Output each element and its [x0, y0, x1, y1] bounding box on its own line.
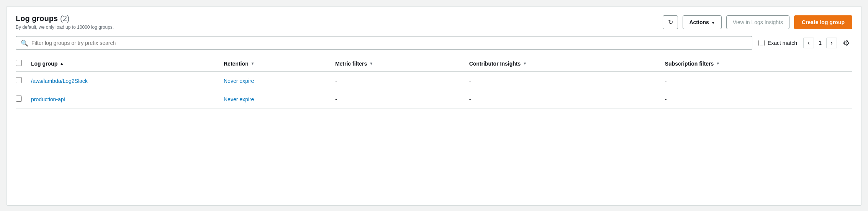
th-subscription-filters: Subscription filters	[665, 56, 852, 71]
page-title-count: (2)	[60, 14, 69, 23]
view-insights-label: View in Logs Insights	[733, 19, 783, 25]
page-title: Log groups (2)	[16, 14, 114, 23]
log-groups-panel: Log groups (2) By default, we only load …	[6, 6, 862, 206]
retention-value[interactable]: Never expire	[224, 96, 254, 102]
panel-header: Log groups (2) By default, we only load …	[7, 7, 861, 30]
next-page-button[interactable]	[826, 38, 837, 48]
refresh-icon: ↻	[668, 18, 673, 26]
view-insights-button[interactable]: View in Logs Insights	[726, 15, 789, 29]
page-title-text: Log groups	[16, 14, 58, 23]
th-contributor-insights: Contributor Insights	[469, 56, 665, 71]
search-input[interactable]	[31, 40, 747, 46]
th-metric-filters-label: Metric filters	[335, 61, 367, 67]
log-group-link[interactable]: /aws/lambda/Log2Slack	[31, 78, 88, 84]
td-retention: Never expire	[224, 90, 335, 109]
pagination-group: 1 ⚙	[803, 37, 852, 49]
row-checkbox-cell	[16, 71, 31, 90]
settings-button[interactable]: ⚙	[840, 37, 852, 49]
sort-metric-icon[interactable]	[369, 61, 373, 66]
actions-button[interactable]: Actions	[683, 15, 721, 29]
th-retention: Retention	[224, 56, 335, 71]
prev-page-button[interactable]	[803, 38, 814, 48]
table-body: /aws/lambda/Log2Slack Never expire - - -…	[16, 71, 852, 109]
td-contributor-insights: -	[469, 90, 665, 109]
td-contributor-insights: -	[469, 71, 665, 90]
th-contributor-insights-label: Contributor Insights	[469, 61, 521, 67]
log-group-link[interactable]: production-api	[31, 96, 65, 102]
actions-label: Actions	[689, 19, 709, 25]
page-subtitle: By default, we only load up to 10000 log…	[16, 25, 114, 30]
row-checkbox-cell	[16, 90, 31, 109]
create-log-group-button[interactable]: Create log group	[794, 15, 852, 29]
filter-row: 🔍 Exact match 1 ⚙	[7, 30, 861, 50]
chevron-left-icon	[807, 40, 809, 46]
exact-match-group: Exact match	[758, 40, 797, 46]
search-wrapper: 🔍	[16, 36, 752, 50]
create-label: Create log group	[802, 19, 845, 25]
td-subscription-filters: -	[665, 71, 852, 90]
exact-match-label: Exact match	[768, 40, 797, 46]
gear-icon: ⚙	[843, 38, 850, 48]
th-subscription-filters-label: Subscription filters	[665, 61, 714, 67]
refresh-button[interactable]: ↻	[663, 15, 678, 29]
th-retention-label: Retention	[224, 61, 249, 67]
sort-asc-icon[interactable]	[60, 61, 64, 66]
header-checkbox-cell	[16, 56, 31, 71]
row-checkbox[interactable]	[16, 77, 22, 83]
header-actions: ↻ Actions View in Logs Insights Create l…	[663, 15, 852, 29]
th-metric-filters: Metric filters	[335, 56, 469, 71]
td-log-group: production-api	[31, 90, 224, 109]
header-title-section: Log groups (2) By default, we only load …	[16, 14, 114, 30]
td-retention: Never expire	[224, 71, 335, 90]
select-all-checkbox[interactable]	[16, 60, 22, 66]
page-number: 1	[817, 40, 823, 46]
row-checkbox[interactable]	[16, 96, 22, 102]
chevron-down-icon	[711, 19, 715, 25]
table-wrapper: Log group Retention Metric filters	[7, 50, 861, 118]
th-log-group-label: Log group	[31, 61, 57, 67]
table-row: production-api Never expire - - -	[16, 90, 852, 109]
th-log-group: Log group	[31, 56, 224, 71]
exact-match-checkbox[interactable]	[758, 40, 765, 46]
td-subscription-filters: -	[665, 90, 852, 109]
td-metric-filters: -	[335, 90, 469, 109]
retention-value[interactable]: Never expire	[224, 78, 254, 84]
sort-retention-icon[interactable]	[251, 61, 255, 66]
search-icon: 🔍	[21, 40, 28, 47]
chevron-right-icon	[830, 40, 832, 46]
sort-contributor-icon[interactable]	[523, 61, 527, 66]
log-groups-table: Log group Retention Metric filters	[16, 56, 852, 109]
sort-subscription-icon[interactable]	[716, 61, 720, 66]
table-header: Log group Retention Metric filters	[16, 56, 852, 71]
td-log-group: /aws/lambda/Log2Slack	[31, 71, 224, 90]
td-metric-filters: -	[335, 71, 469, 90]
table-row: /aws/lambda/Log2Slack Never expire - - -	[16, 71, 852, 90]
